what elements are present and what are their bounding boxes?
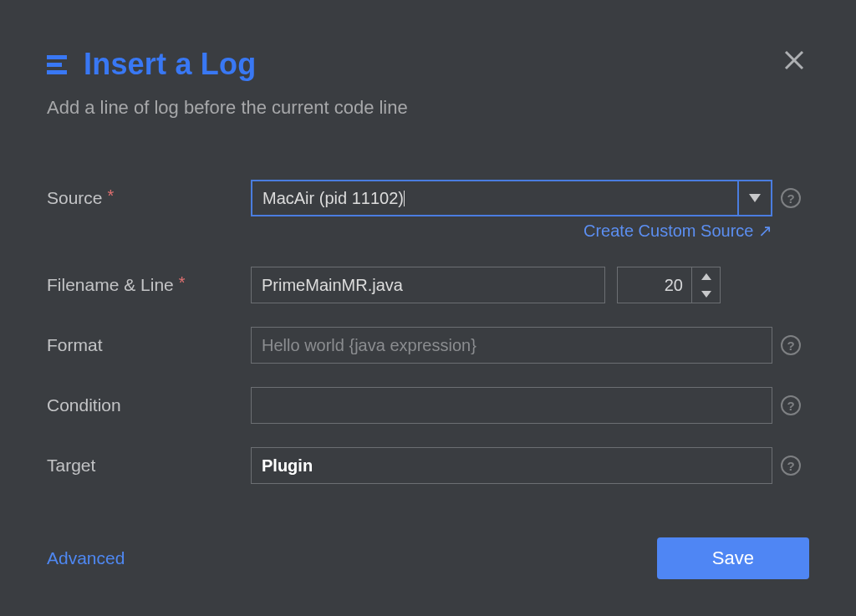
svg-marker-6 xyxy=(701,273,711,280)
advanced-link[interactable]: Advanced xyxy=(47,548,125,568)
required-indicator: * xyxy=(108,187,115,204)
close-button[interactable] xyxy=(779,47,809,77)
condition-input[interactable] xyxy=(251,387,772,424)
svg-rect-0 xyxy=(47,55,67,59)
help-icon-condition[interactable]: ? xyxy=(781,395,801,415)
svg-rect-2 xyxy=(47,70,67,74)
row-condition: Condition ? xyxy=(47,386,809,425)
svg-marker-5 xyxy=(749,194,761,202)
row-format: Format ? xyxy=(47,326,809,364)
label-source-text: Source xyxy=(47,188,103,208)
svg-rect-1 xyxy=(47,63,62,67)
target-value: Plugin xyxy=(262,456,313,476)
dialog-subtitle: Add a line of log before the current cod… xyxy=(47,97,809,119)
chevron-down-icon xyxy=(701,291,711,298)
label-condition: Condition xyxy=(47,395,251,415)
row-filename-line: Filename & Line * 20 xyxy=(47,266,809,304)
label-format: Format xyxy=(47,335,251,355)
form: Source * MacAir (pid 11102) ? xyxy=(47,179,809,485)
format-input[interactable] xyxy=(251,327,772,364)
svg-marker-7 xyxy=(701,291,711,298)
source-combobox[interactable]: MacAir (pid 11102) xyxy=(251,180,772,216)
label-target-text: Target xyxy=(47,456,95,476)
filename-input[interactable] xyxy=(251,267,605,303)
line-increment-button[interactable] xyxy=(692,267,720,285)
line-number-stepper[interactable]: 20 xyxy=(617,267,721,303)
menu-icon xyxy=(47,53,72,76)
label-source: Source * xyxy=(47,188,251,208)
dialog-footer: Advanced Save xyxy=(47,537,809,579)
dialog-title: Insert a Log xyxy=(84,47,256,82)
save-button[interactable]: Save xyxy=(657,537,809,579)
target-select[interactable]: Plugin xyxy=(251,447,772,484)
help-icon-target[interactable]: ? xyxy=(781,456,801,476)
chevron-up-icon xyxy=(701,273,711,280)
dialog-header: Insert a Log xyxy=(47,47,809,82)
help-icon-source[interactable]: ? xyxy=(781,188,801,208)
label-condition-text: Condition xyxy=(47,395,121,415)
label-filename-line: Filename & Line * xyxy=(47,275,251,295)
label-format-text: Format xyxy=(47,335,103,355)
row-target: Target Plugin ? xyxy=(47,446,809,485)
source-value: MacAir (pid 11102) xyxy=(262,189,404,208)
row-source: Source * MacAir (pid 11102) ? xyxy=(47,179,809,217)
close-icon xyxy=(783,49,805,74)
line-decrement-button[interactable] xyxy=(692,285,720,303)
help-icon-format[interactable]: ? xyxy=(781,335,801,355)
required-indicator: * xyxy=(179,274,186,291)
create-custom-source-link[interactable]: Create Custom Source ↗ xyxy=(583,221,772,241)
insert-log-dialog: Insert a Log Add a line of log before th… xyxy=(0,0,856,616)
label-target: Target xyxy=(47,456,251,476)
chevron-down-icon xyxy=(749,194,761,202)
source-dropdown-toggle[interactable] xyxy=(737,181,771,215)
line-number-value: 20 xyxy=(618,276,691,295)
label-filename-line-text: Filename & Line xyxy=(47,275,174,295)
